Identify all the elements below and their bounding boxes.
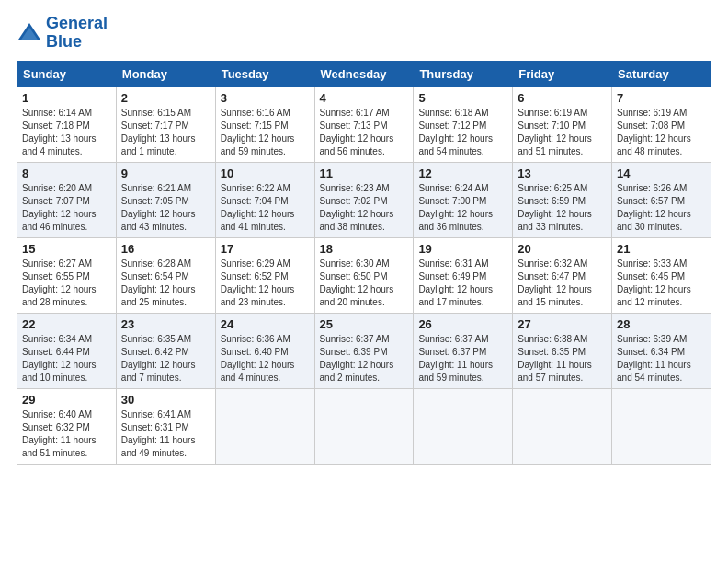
weekday-header: Thursday: [414, 61, 513, 86]
day-number: 7: [617, 91, 706, 105]
day-number: 2: [121, 91, 210, 105]
calendar-week-row: 1Sunrise: 6:14 AM Sunset: 7:18 PM Daylig…: [17, 86, 711, 162]
calendar-cell: 28Sunrise: 6:39 AM Sunset: 6:34 PM Dayli…: [612, 313, 711, 388]
day-number: 28: [617, 317, 706, 331]
logo-general: General: [46, 14, 108, 32]
day-number: 23: [121, 317, 210, 331]
day-number: 15: [22, 242, 111, 256]
day-number: 10: [221, 167, 310, 180]
weekday-header: Saturday: [612, 61, 711, 86]
calendar-cell: 17Sunrise: 6:29 AM Sunset: 6:52 PM Dayli…: [215, 237, 314, 313]
day-info: Sunrise: 6:37 AM Sunset: 6:39 PM Dayligh…: [320, 333, 409, 385]
calendar-cell: [314, 388, 414, 464]
day-info: Sunrise: 6:16 AM Sunset: 7:15 PM Dayligh…: [221, 107, 310, 158]
day-info: Sunrise: 6:33 AM Sunset: 6:45 PM Dayligh…: [617, 258, 706, 309]
calendar-cell: 27Sunrise: 6:38 AM Sunset: 6:35 PM Dayli…: [513, 313, 612, 388]
page: General Blue SundayMondayTuesdayWednesda…: [0, 0, 728, 563]
day-number: 21: [617, 242, 706, 256]
day-info: Sunrise: 6:40 AM Sunset: 6:32 PM Dayligh…: [22, 408, 111, 460]
day-info: Sunrise: 6:20 AM Sunset: 7:07 PM Dayligh…: [22, 182, 111, 234]
calendar-cell: 3Sunrise: 6:16 AM Sunset: 7:15 PM Daylig…: [215, 86, 314, 162]
day-info: Sunrise: 6:32 AM Sunset: 6:47 PM Dayligh…: [518, 258, 607, 309]
calendar-cell: 11Sunrise: 6:23 AM Sunset: 7:02 PM Dayli…: [314, 162, 414, 237]
day-number: 8: [22, 167, 111, 180]
calendar-cell: 19Sunrise: 6:31 AM Sunset: 6:49 PM Dayli…: [414, 237, 513, 313]
weekday-header: Sunday: [17, 61, 117, 86]
calendar-week-row: 8Sunrise: 6:20 AM Sunset: 7:07 PM Daylig…: [17, 162, 711, 237]
day-info: Sunrise: 6:19 AM Sunset: 7:10 PM Dayligh…: [518, 107, 607, 158]
day-info: Sunrise: 6:38 AM Sunset: 6:35 PM Dayligh…: [518, 333, 607, 385]
calendar-week-row: 22Sunrise: 6:34 AM Sunset: 6:44 PM Dayli…: [17, 313, 711, 388]
day-info: Sunrise: 6:18 AM Sunset: 7:12 PM Dayligh…: [418, 107, 507, 158]
day-number: 16: [121, 242, 210, 256]
calendar-cell: [612, 388, 711, 464]
day-number: 29: [22, 393, 111, 407]
calendar-cell: 21Sunrise: 6:33 AM Sunset: 6:45 PM Dayli…: [612, 237, 711, 313]
day-number: 3: [221, 91, 310, 105]
calendar-cell: [414, 388, 513, 464]
day-number: 25: [320, 317, 409, 331]
day-info: Sunrise: 6:39 AM Sunset: 6:34 PM Dayligh…: [617, 333, 706, 385]
day-number: 9: [121, 167, 210, 180]
day-number: 4: [320, 91, 409, 105]
day-info: Sunrise: 6:14 AM Sunset: 7:18 PM Dayligh…: [22, 107, 111, 158]
day-number: 27: [518, 317, 607, 331]
day-number: 6: [518, 91, 607, 105]
day-number: 1: [22, 91, 111, 105]
calendar-cell: 8Sunrise: 6:20 AM Sunset: 7:07 PM Daylig…: [17, 162, 117, 237]
day-number: 24: [221, 317, 310, 331]
day-info: Sunrise: 6:24 AM Sunset: 7:00 PM Dayligh…: [418, 182, 507, 234]
day-number: 5: [418, 91, 507, 105]
logo-blue: Blue: [46, 32, 82, 51]
calendar-cell: 20Sunrise: 6:32 AM Sunset: 6:47 PM Dayli…: [513, 237, 612, 313]
calendar-cell: 10Sunrise: 6:22 AM Sunset: 7:04 PM Dayli…: [215, 162, 314, 237]
day-info: Sunrise: 6:35 AM Sunset: 6:42 PM Dayligh…: [121, 333, 210, 385]
day-info: Sunrise: 6:37 AM Sunset: 6:37 PM Dayligh…: [418, 333, 507, 385]
day-info: Sunrise: 6:15 AM Sunset: 7:17 PM Dayligh…: [121, 107, 210, 158]
calendar-week-row: 29Sunrise: 6:40 AM Sunset: 6:32 PM Dayli…: [17, 388, 711, 464]
calendar-cell: 24Sunrise: 6:36 AM Sunset: 6:40 PM Dayli…: [215, 313, 314, 388]
day-info: Sunrise: 6:22 AM Sunset: 7:04 PM Dayligh…: [221, 182, 310, 234]
day-info: Sunrise: 6:25 AM Sunset: 6:59 PM Dayligh…: [518, 182, 607, 234]
calendar-cell: 23Sunrise: 6:35 AM Sunset: 6:42 PM Dayli…: [116, 313, 215, 388]
calendar-cell: [513, 388, 612, 464]
day-info: Sunrise: 6:28 AM Sunset: 6:54 PM Dayligh…: [121, 258, 210, 309]
calendar-cell: 22Sunrise: 6:34 AM Sunset: 6:44 PM Dayli…: [17, 313, 117, 388]
calendar-cell: 13Sunrise: 6:25 AM Sunset: 6:59 PM Dayli…: [513, 162, 612, 237]
day-number: 13: [518, 167, 607, 180]
calendar-cell: 26Sunrise: 6:37 AM Sunset: 6:37 PM Dayli…: [414, 313, 513, 388]
day-info: Sunrise: 6:21 AM Sunset: 7:05 PM Dayligh…: [121, 182, 210, 234]
calendar-cell: 2Sunrise: 6:15 AM Sunset: 7:17 PM Daylig…: [116, 86, 215, 162]
weekday-header: Friday: [513, 61, 612, 86]
day-number: 14: [617, 167, 706, 180]
day-number: 26: [418, 317, 507, 331]
calendar-cell: 6Sunrise: 6:19 AM Sunset: 7:10 PM Daylig…: [513, 86, 612, 162]
day-number: 22: [22, 317, 111, 331]
calendar-cell: 4Sunrise: 6:17 AM Sunset: 7:13 PM Daylig…: [314, 86, 414, 162]
weekday-header: Tuesday: [215, 61, 314, 86]
day-info: Sunrise: 6:30 AM Sunset: 6:50 PM Dayligh…: [320, 258, 409, 309]
calendar-week-row: 15Sunrise: 6:27 AM Sunset: 6:55 PM Dayli…: [17, 237, 711, 313]
calendar-cell: 15Sunrise: 6:27 AM Sunset: 6:55 PM Dayli…: [17, 237, 117, 313]
day-info: Sunrise: 6:17 AM Sunset: 7:13 PM Dayligh…: [320, 107, 409, 158]
day-info: Sunrise: 6:19 AM Sunset: 7:08 PM Dayligh…: [617, 107, 706, 158]
calendar-cell: 16Sunrise: 6:28 AM Sunset: 6:54 PM Dayli…: [116, 237, 215, 313]
day-number: 12: [418, 167, 507, 180]
calendar-cell: 30Sunrise: 6:41 AM Sunset: 6:31 PM Dayli…: [116, 388, 215, 464]
calendar-table: SundayMondayTuesdayWednesdayThursdayFrid…: [17, 61, 711, 465]
calendar-cell: 14Sunrise: 6:26 AM Sunset: 6:57 PM Dayli…: [612, 162, 711, 237]
calendar-cell: 12Sunrise: 6:24 AM Sunset: 7:00 PM Dayli…: [414, 162, 513, 237]
weekday-header: Wednesday: [314, 61, 414, 86]
calendar-cell: 18Sunrise: 6:30 AM Sunset: 6:50 PM Dayli…: [314, 237, 414, 313]
day-info: Sunrise: 6:23 AM Sunset: 7:02 PM Dayligh…: [320, 182, 409, 234]
logo: General Blue: [17, 15, 108, 52]
logo-icon: [17, 20, 42, 46]
calendar-header-row: SundayMondayTuesdayWednesdayThursdayFrid…: [17, 61, 711, 86]
day-info: Sunrise: 6:26 AM Sunset: 6:57 PM Dayligh…: [617, 182, 706, 234]
day-info: Sunrise: 6:41 AM Sunset: 6:31 PM Dayligh…: [121, 408, 210, 460]
calendar-cell: [215, 388, 314, 464]
day-number: 11: [320, 167, 409, 180]
calendar-cell: 29Sunrise: 6:40 AM Sunset: 6:32 PM Dayli…: [17, 388, 117, 464]
day-number: 17: [221, 242, 310, 256]
day-info: Sunrise: 6:36 AM Sunset: 6:40 PM Dayligh…: [221, 333, 310, 385]
